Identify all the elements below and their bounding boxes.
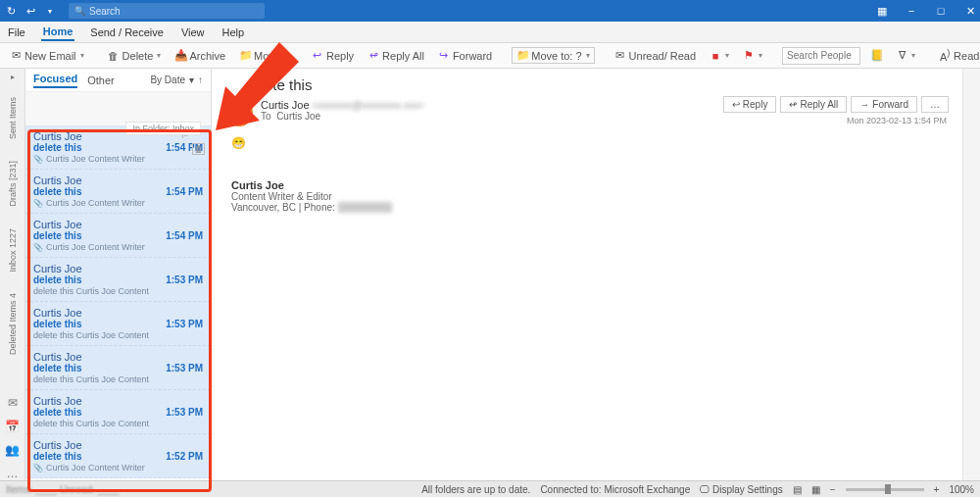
reply-icon: ↩ [312,49,323,62]
view-reading-icon[interactable]: ▦ [811,484,820,495]
move-button[interactable]: 📁Move▾ [235,47,292,64]
rail-sent-items[interactable]: Sent Items [6,91,20,145]
reading-subject: delete this [245,76,312,93]
attachment-icon [33,154,43,164]
rail-deleted[interactable]: Deleted Items 4 [6,287,20,361]
reading-side-strip [962,69,980,480]
message-item[interactable]: Curtis Joedelete this1:52 PMCurtis Joe C… [25,434,211,478]
sort-by-date[interactable]: By Date ▾ ↑ [150,75,203,85]
delete-button[interactable]: 🗑Delete▾ [104,48,166,64]
forward-label: Forward [453,50,492,62]
reading-forward-button[interactable]: →Forward [851,96,917,113]
sender-avatar[interactable] [225,99,253,126]
rail-inbox[interactable]: Inbox 1227 [6,223,20,278]
to-label: To [261,111,271,122]
minimize-button[interactable]: − [906,5,917,17]
menu-send-receive[interactable]: Send / Receive [88,25,166,40]
attachment-icon [33,198,43,208]
menu-view[interactable]: View [179,25,207,40]
search-input[interactable]: Search [69,3,265,19]
reply-button[interactable]: ↩Reply [308,47,358,64]
msg-preview: Curtis Joe Content Writer [33,198,203,208]
flag-button[interactable]: ⚑▾ [739,47,766,64]
msg-subject: delete this [33,142,81,153]
tab-other[interactable]: Other [87,75,115,86]
msg-from: Curtis Joe [33,263,203,274]
status-items: Items: ____ Unread: ____ [6,484,120,495]
msg-from: Curtis Joe [33,174,203,186]
move-label: Move [254,50,280,62]
unread-read-button[interactable]: ✉Unread/ Read [611,47,701,64]
reading-more-button[interactable]: … [921,96,949,113]
msg-subject: delete this [33,363,81,373]
close-button[interactable]: ✕ [964,5,976,17]
rail-drafts[interactable]: Drafts [231] [6,155,20,213]
read-aloud-button[interactable]: A)Read Aloud [935,46,980,65]
menu-home[interactable]: Home [41,24,75,41]
attachment-icon [33,242,43,252]
reply-all-icon: ↫ [368,49,379,62]
zoom-in-button[interactable]: + [934,484,940,495]
reaction-emoji[interactable]: 😁 [231,136,949,150]
undo-icon[interactable]: ↩ [24,4,37,18]
trash-icon: 🗑 [108,50,120,62]
msg-from: Curtis Joe [33,439,203,451]
rail-expand-icon[interactable]: ▸ [11,73,15,81]
reading-reply-button[interactable]: ↩Reply [723,96,777,113]
calendar-nav-icon[interactable]: 📅 [5,420,20,433]
message-item[interactable]: Curtis Joedelete this1:53 PMdelete this … [25,390,211,434]
more-nav-icon[interactable]: … [7,467,19,480]
address-book-button[interactable]: 📒 [866,47,886,64]
read-aloud-label: Read Aloud [954,50,980,62]
flag-icon: ⚑ [743,49,755,62]
tab-focused[interactable]: Focused [33,73,77,88]
message-item[interactable]: Curtis Joedelete this1:53 PMdelete this … [25,346,211,390]
archive-label: Archive [189,50,225,62]
main-area: ▸ Sent Items Drafts [231] Inbox 1227 Del… [0,69,980,480]
unread-read-label: Unread/ Read [629,50,697,62]
zoom-level: 100% [949,484,974,495]
msg-time: 1:53 PM [166,319,203,329]
status-bar: Items: ____ Unread: ____ All folders are… [0,480,980,497]
people-nav-icon[interactable]: 👥 [5,443,20,457]
forward-button[interactable]: ↪Forward [434,47,496,64]
move-to-button[interactable]: 📁Move to: ?▾ [512,47,594,64]
maximize-button[interactable]: □ [935,5,947,17]
move-icon: 📁 [239,49,251,62]
reply-all-button[interactable]: ↫Reply All [364,47,428,64]
sig-location: Vancouver, BC | Phone: [231,202,335,213]
reading-reply-all-button[interactable]: ↫Reply All [780,96,847,113]
archive-button[interactable]: 📥Archive [171,47,229,64]
view-normal-icon[interactable]: ▤ [793,484,802,495]
reply-label: Reply [326,50,354,62]
message-item[interactable]: Curtis Joedelete this1:54 PMCurtis Joe C… [25,170,211,214]
folder-rail: ▸ Sent Items Drafts [231] Inbox 1227 Del… [0,69,25,480]
titlebar-dropdown-icon[interactable]: ▾ [43,4,57,18]
msg-from: Curtis Joe [33,395,203,407]
display-settings-button[interactable]: 🖵 Display Settings [700,484,782,495]
message-item[interactable]: Curtis Joedelete this1:54 PMCurtis Joe C… [25,214,211,258]
refresh-icon[interactable]: ↻ [4,4,18,18]
zoom-out-button[interactable]: − [830,484,836,495]
delete-icon[interactable]: 🗑 [192,143,205,155]
msg-from: Curtis Joe [33,219,203,230]
message-list-top-item[interactable] [25,92,211,125]
zoom-slider[interactable] [846,488,924,491]
ribbon-display-icon[interactable]: ▦ [876,5,888,17]
categorize-button[interactable]: ■▾ [706,48,733,64]
filter-button[interactable]: ∇▾ [892,47,919,64]
folder-tooltip: In Folder: Inbox [125,122,201,135]
new-email-button[interactable]: ✉New Email▾ [6,47,88,64]
message-item[interactable]: Curtis Joedelete this1:53 PMdelete this … [25,258,211,302]
search-people-input[interactable] [782,47,860,65]
msg-time: 1:53 PM [166,363,203,373]
ribbon: ✉New Email▾ 🗑Delete▾ 📥Archive 📁Move▾ ↩Re… [0,43,980,69]
mail-nav-icon[interactable]: ✉ [8,396,18,410]
msg-time: 1:53 PM [166,407,203,418]
sender-email-blurred: <xxxxxxx@xxxxxxxx.xxx> [312,100,424,111]
message-item[interactable]: Curtis Joedelete this1:53 PMdelete this … [25,302,211,346]
menu-help[interactable]: Help [220,25,247,40]
msg-subject: delete this [33,451,81,462]
reply-icon: ↩ [732,99,740,110]
menu-file[interactable]: File [6,25,27,40]
